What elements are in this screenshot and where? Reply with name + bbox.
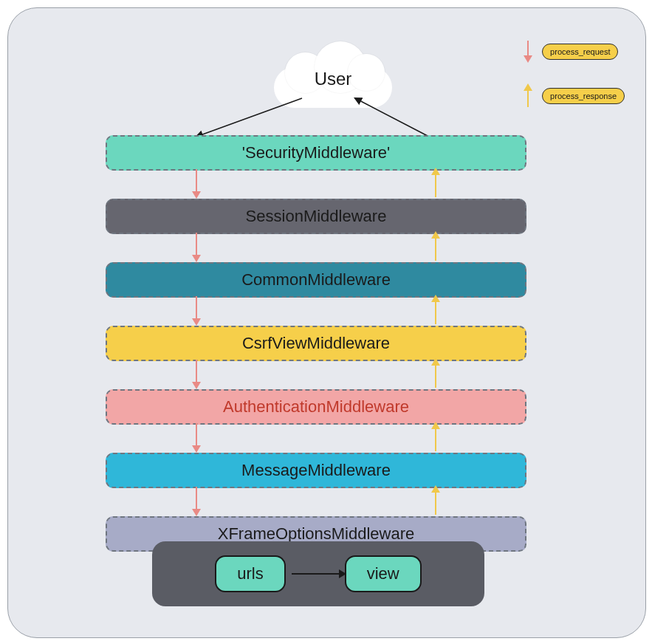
user-cloud: User — [274, 45, 392, 112]
request-arrow-icon — [196, 169, 197, 197]
response-arrow-icon — [435, 296, 436, 324]
arrow-down-icon — [521, 39, 535, 64]
middleware-label: CommonMiddleware — [241, 270, 391, 290]
response-arrow-icon — [435, 487, 436, 515]
legend-response-label: process_response — [542, 88, 625, 104]
user-label: User — [274, 69, 392, 89]
legend-request: process_request — [521, 39, 625, 64]
middleware-label: 'SecurityMiddleware' — [242, 143, 390, 162]
urls-node: urls — [215, 555, 285, 592]
middleware-label: AuthenticationMiddleware — [223, 397, 409, 417]
request-arrow-icon — [196, 360, 197, 388]
middleware-layer: AuthenticationMiddleware — [106, 389, 526, 425]
view-node: view — [345, 555, 422, 592]
response-arrow-icon — [435, 169, 436, 197]
arrow-up-icon — [521, 83, 535, 109]
legend-response: process_response — [521, 83, 625, 109]
middleware-layer: CommonMiddleware — [106, 262, 526, 298]
request-arrow-icon — [196, 296, 197, 324]
diagram-frame: process_request process_response User — [7, 7, 646, 638]
request-arrow-icon — [196, 423, 197, 451]
middleware-layer: CsrfViewMiddleware — [106, 326, 526, 361]
middleware-label: MessageMiddleware — [241, 461, 391, 480]
middleware-layer: 'SecurityMiddleware' — [106, 135, 526, 171]
middleware-layer: MessageMiddleware — [106, 453, 526, 488]
middleware-label: CsrfViewMiddleware — [242, 334, 390, 353]
middleware-layer: SessionMiddleware — [106, 199, 526, 234]
backend-box: urls view — [152, 541, 484, 606]
arrow-right-icon — [292, 573, 345, 575]
request-arrow-icon — [196, 487, 197, 515]
legend: process_request process_response — [521, 39, 625, 109]
response-arrow-icon — [435, 233, 436, 261]
request-arrow-icon — [196, 233, 197, 261]
response-arrow-icon — [435, 360, 436, 388]
middleware-stack: 'SecurityMiddleware'SessionMiddlewareCom… — [106, 135, 526, 580]
legend-request-label: process_request — [542, 44, 618, 60]
response-arrow-icon — [435, 423, 436, 451]
middleware-label: SessionMiddleware — [246, 207, 387, 226]
